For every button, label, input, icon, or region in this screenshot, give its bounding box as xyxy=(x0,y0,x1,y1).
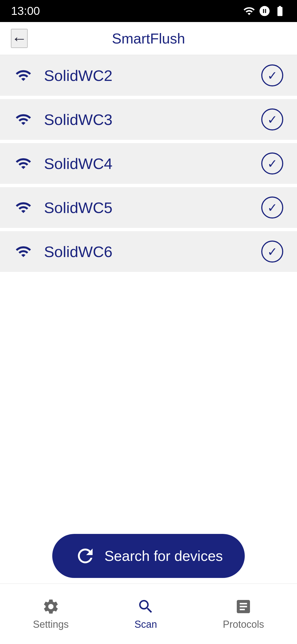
status-icons xyxy=(243,5,286,17)
device-check-solidwc6: ✓ xyxy=(261,241,283,263)
device-name-solidwc3: SolidWC3 xyxy=(44,111,261,129)
app-header: ← SmartFlush xyxy=(0,22,297,55)
wifi-icon-solidwc5 xyxy=(14,198,33,217)
nav-item-scan[interactable]: Scan xyxy=(134,598,157,630)
device-name-solidwc5: SolidWC5 xyxy=(44,199,261,217)
wifi-status-icon xyxy=(243,5,255,17)
device-name-solidwc6: SolidWC6 xyxy=(44,243,261,261)
device-check-solidwc5: ✓ xyxy=(261,197,283,219)
battery-status-icon xyxy=(274,5,286,17)
wifi-icon-solidwc4 xyxy=(14,154,33,173)
scan-icon xyxy=(137,598,155,615)
status-bar: 13:00 xyxy=(0,0,297,22)
nav-label-scan: Scan xyxy=(134,619,157,630)
search-button-text: Search for devices xyxy=(105,548,223,564)
search-devices-button[interactable]: Search for devices xyxy=(52,534,245,578)
protocols-icon xyxy=(235,598,252,615)
nav-label-settings: Settings xyxy=(33,619,69,630)
page-title: SmartFlush xyxy=(112,30,185,47)
device-item-solidwc5[interactable]: SolidWC5 ✓ xyxy=(0,187,297,231)
wifi-icon-solidwc2 xyxy=(14,66,33,85)
device-item-solidwc2[interactable]: SolidWC2 ✓ xyxy=(0,55,297,99)
device-name-solidwc4: SolidWC4 xyxy=(44,155,261,173)
status-time: 13:00 xyxy=(11,4,40,18)
wifi-icon-solidwc6 xyxy=(14,242,33,261)
device-check-solidwc2: ✓ xyxy=(261,64,283,86)
refresh-icon xyxy=(74,545,96,567)
settings-icon xyxy=(42,598,60,615)
back-button[interactable]: ← xyxy=(11,29,28,48)
device-item-solidwc4[interactable]: SolidWC4 ✓ xyxy=(0,143,297,187)
device-name-solidwc2: SolidWC2 xyxy=(44,67,261,84)
device-check-solidwc4: ✓ xyxy=(261,152,283,174)
nav-item-protocols[interactable]: Protocols xyxy=(223,598,264,630)
nav-item-settings[interactable]: Settings xyxy=(33,598,69,630)
nav-label-protocols: Protocols xyxy=(223,619,264,630)
device-list: SolidWC2 ✓ SolidWC3 ✓ SolidWC4 ✓ xyxy=(0,55,297,275)
block-status-icon xyxy=(258,5,271,17)
device-check-solidwc3: ✓ xyxy=(261,108,283,130)
search-button-container: Search for devices xyxy=(52,534,245,578)
bottom-nav: Settings Scan Protocols xyxy=(0,583,297,644)
wifi-icon-solidwc3 xyxy=(14,110,33,129)
device-item-solidwc3[interactable]: SolidWC3 ✓ xyxy=(0,99,297,143)
device-item-solidwc6[interactable]: SolidWC6 ✓ xyxy=(0,231,297,275)
